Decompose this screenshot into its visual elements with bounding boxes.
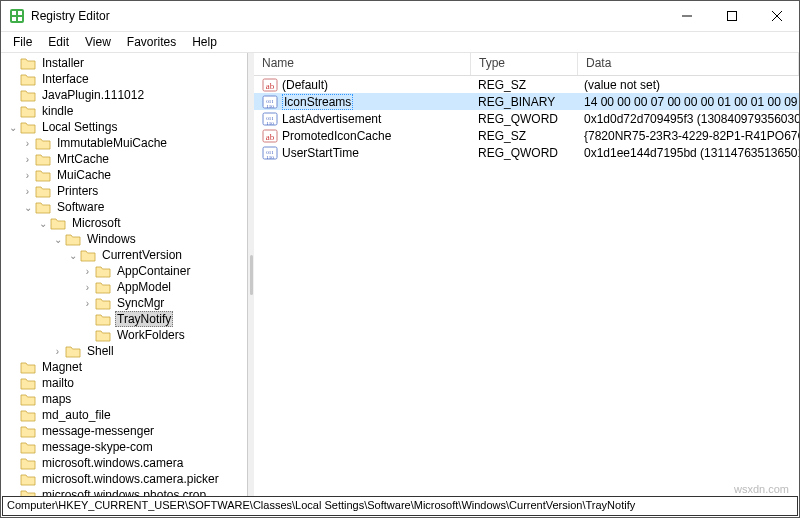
folder-icon [20,72,36,86]
tree-node[interactable]: ⌄Windows [1,231,247,247]
tree-node[interactable]: ›ImmutableMuiCache [1,135,247,151]
value-data: 14 00 00 00 07 00 00 00 01 00 01 00 09 0… [576,95,799,109]
binary-value-icon [262,145,278,161]
app-icon [9,8,25,24]
column-type[interactable]: Type [471,53,578,75]
chevron-down-icon[interactable]: ⌄ [5,122,20,133]
tree-node-label: Local Settings [40,120,119,134]
folder-icon [95,312,111,326]
value-row[interactable]: IconStreamsREG_BINARY14 00 00 00 07 00 0… [254,93,799,110]
tree-node[interactable]: ›SyncMgr [1,295,247,311]
tree-node[interactable]: ›MrtCache [1,151,247,167]
value-type: REG_BINARY [470,95,576,109]
chevron-right-icon[interactable]: › [80,298,95,309]
chevron-right-icon[interactable]: › [20,186,35,197]
string-value-icon [262,128,278,144]
folder-icon [95,328,111,342]
folder-icon [20,56,36,70]
minimize-button[interactable] [664,2,709,31]
tree-node-label: WorkFolders [115,328,187,342]
menu-file[interactable]: File [5,33,40,51]
tree-node[interactable]: ›AppContainer [1,263,247,279]
tree-node-label: microsoft.windows.camera.picker [40,472,221,486]
tree-node[interactable]: ›AppModel [1,279,247,295]
tree-node[interactable]: ›md_auto_file [1,407,247,423]
tree-node-label: Magnet [40,360,84,374]
folder-icon [20,440,36,454]
tree-node-label: Software [55,200,106,214]
tree-node[interactable]: ›kindle [1,103,247,119]
tree-node[interactable]: ⌄Software [1,199,247,215]
tree-node[interactable]: ›Shell [1,343,247,359]
value-name: PromotedIconCache [282,129,391,143]
menu-help[interactable]: Help [184,33,225,51]
tree-node-label: md_auto_file [40,408,113,422]
values-pane[interactable]: Name Type Data (Default)REG_SZ(value not… [254,53,799,496]
value-row[interactable]: (Default)REG_SZ(value not set) [254,76,799,93]
menu-favorites[interactable]: Favorites [119,33,184,51]
tree-node[interactable]: ›message-messenger [1,423,247,439]
folder-icon [35,136,51,150]
tree-node[interactable]: ›microsoft.windows.camera [1,455,247,471]
tree-node-label: microsoft.windows.camera [40,456,185,470]
column-data[interactable]: Data [578,53,799,75]
tree-node[interactable]: ›WorkFolders [1,327,247,343]
chevron-down-icon[interactable]: ⌄ [65,250,80,261]
tree-node[interactable]: ⌄CurrentVersion [1,247,247,263]
folder-icon [35,168,51,182]
registry-tree: ›Installer›Interface›JavaPlugin.111012›k… [1,53,247,496]
tree-node-label: CurrentVersion [100,248,184,262]
minimize-icon [682,11,692,21]
value-row[interactable]: LastAdvertisementREG_QWORD0x1d0d72d70949… [254,110,799,127]
folder-icon [35,152,51,166]
value-row[interactable]: UserStartTimeREG_QWORD0x1d1ee144d7195bd … [254,144,799,161]
tree-node[interactable]: ›mailto [1,375,247,391]
tree-node[interactable]: ⌄Microsoft [1,215,247,231]
chevron-down-icon[interactable]: ⌄ [20,202,35,213]
value-data: 0x1d1ee144d7195bd (131147635136501181) [576,146,799,160]
column-name[interactable]: Name [254,53,471,75]
folder-icon [20,104,36,118]
tree-node-label: MrtCache [55,152,111,166]
chevron-right-icon[interactable]: › [50,346,65,357]
chevron-down-icon[interactable]: ⌄ [50,234,65,245]
tree-node[interactable]: ›microsoft.windows.photos.crop [1,487,247,496]
tree-pane[interactable]: ›Installer›Interface›JavaPlugin.111012›k… [1,53,248,496]
maximize-button[interactable] [709,2,754,31]
tree-node[interactable]: ⌄Local Settings [1,119,247,135]
tree-node-label: Shell [85,344,116,358]
folder-icon [95,296,111,310]
menu-view[interactable]: View [77,33,119,51]
folder-icon [20,360,36,374]
tree-node[interactable]: ›Printers [1,183,247,199]
menu-edit[interactable]: Edit [40,33,77,51]
tree-node[interactable]: ›message-skype-com [1,439,247,455]
tree-node-label: MuiCache [55,168,113,182]
chevron-right-icon[interactable]: › [80,266,95,277]
menu-bar: File Edit View Favorites Help [1,32,799,53]
tree-node[interactable]: ›Magnet [1,359,247,375]
chevron-right-icon[interactable]: › [20,154,35,165]
app-window: Registry Editor File Edit View Favorites… [0,0,800,518]
chevron-right-icon[interactable]: › [20,138,35,149]
folder-icon [20,456,36,470]
title-bar: Registry Editor [1,1,799,32]
chevron-down-icon[interactable]: ⌄ [35,218,50,229]
tree-node[interactable]: ›Installer [1,55,247,71]
svg-rect-10 [727,12,736,21]
tree-node[interactable]: ›maps [1,391,247,407]
chevron-right-icon[interactable]: › [80,282,95,293]
value-data: 0x1d0d72d709495f3 (130840979356030451) [576,112,799,126]
tree-node[interactable]: ›JavaPlugin.111012 [1,87,247,103]
close-button[interactable] [754,2,799,31]
tree-node[interactable]: ›TrayNotify [1,311,247,327]
tree-node[interactable]: ›MuiCache [1,167,247,183]
string-value-icon [262,77,278,93]
chevron-right-icon[interactable]: › [20,170,35,181]
value-type: REG_QWORD [470,112,576,126]
value-row[interactable]: PromotedIconCacheREG_SZ{7820NR75-23R3-42… [254,127,799,144]
folder-icon [95,280,111,294]
tree-node-label: AppModel [115,280,173,294]
tree-node[interactable]: ›microsoft.windows.camera.picker [1,471,247,487]
tree-node[interactable]: ›Interface [1,71,247,87]
